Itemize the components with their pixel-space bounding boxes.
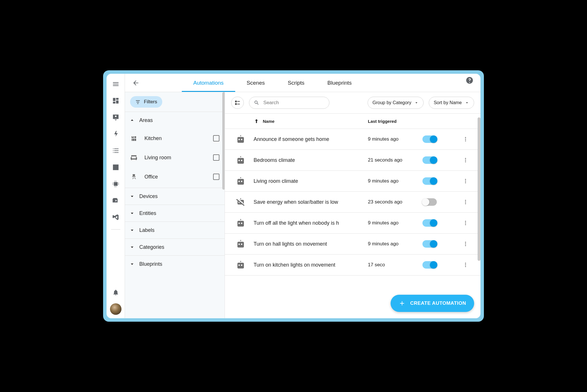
notifications-icon[interactable]	[110, 287, 121, 298]
row-overflow-menu[interactable]	[457, 136, 474, 142]
list-numbered-icon[interactable]	[110, 145, 121, 156]
svg-point-2	[465, 139, 466, 139]
dots-vertical-icon	[463, 262, 468, 268]
svg-point-5	[465, 160, 466, 160]
sort-by-button[interactable]: Sort by Name	[429, 97, 474, 109]
area-item-kitchen[interactable]: Kitchen	[126, 129, 223, 148]
area-item-living-room[interactable]: Living room	[126, 148, 223, 167]
help-icon[interactable]	[464, 75, 475, 86]
sofa-icon	[130, 155, 138, 160]
row-overflow-menu[interactable]	[457, 241, 474, 247]
svg-point-9	[465, 182, 466, 183]
toolbar: Group by Category Sort by Name	[225, 92, 480, 114]
dots-vertical-icon	[463, 136, 468, 142]
robot-icon	[228, 177, 254, 185]
automation-last-triggered: 23 seconds ago	[368, 199, 422, 205]
section-header-blueprints[interactable]: Blueprints	[125, 256, 225, 272]
selection-mode-button[interactable]	[231, 97, 244, 109]
search-input[interactable]	[249, 97, 329, 109]
checkbox[interactable]	[213, 174, 219, 180]
automation-row[interactable]: Bedrooms climate21 seconds ago	[225, 150, 480, 171]
automation-row[interactable]: Save energy when solar/batter is low23 s…	[225, 192, 480, 213]
automation-last-triggered: 17 seco	[368, 262, 422, 268]
chevron-down-icon	[129, 261, 135, 267]
automation-row[interactable]: Living room climate9 minutes ago	[225, 171, 480, 192]
section-header-categories[interactable]: Categories	[125, 239, 225, 255]
section-header-areas[interactable]: Areas	[125, 112, 225, 129]
user-avatar[interactable]	[110, 303, 121, 315]
chevron-down-icon	[129, 193, 135, 199]
checklist-icon	[234, 100, 241, 106]
tab-blueprints[interactable]: Blueprints	[316, 74, 363, 92]
chevron-up-icon	[129, 117, 135, 123]
row-overflow-menu[interactable]	[457, 262, 474, 268]
automation-row[interactable]: Announce if someone gets home9 minutes a…	[225, 129, 480, 150]
enable-toggle[interactable]	[422, 135, 437, 143]
app-root: Automations Scenes Scripts Blueprints Fi…	[107, 74, 480, 318]
column-header-last-triggered[interactable]: Last triggered	[368, 119, 422, 124]
automation-last-triggered: 9 minutes ago	[368, 220, 422, 226]
nav-rail	[107, 74, 125, 318]
automation-name: Announce if someone gets home	[254, 136, 368, 142]
robot-icon	[228, 135, 254, 143]
automation-row[interactable]: Turn off all the light when nobody is h9…	[225, 213, 480, 234]
svg-point-10	[465, 200, 466, 201]
dots-vertical-icon	[463, 241, 468, 247]
column-header-name[interactable]: Name	[254, 118, 368, 124]
section-header-entities[interactable]: Entities	[125, 205, 225, 222]
row-overflow-menu[interactable]	[457, 199, 474, 205]
media-icon[interactable]	[110, 195, 121, 206]
person-badge-icon[interactable]	[110, 112, 121, 123]
row-overflow-menu[interactable]	[457, 157, 474, 163]
section-header-devices[interactable]: Devices	[125, 188, 225, 205]
search-field[interactable]	[263, 100, 325, 106]
scrollbar[interactable]	[222, 92, 225, 190]
filter-section-areas: Areas Kitchen	[125, 112, 225, 188]
checkbox[interactable]	[213, 154, 219, 161]
chip-icon[interactable]	[110, 178, 121, 190]
svg-point-20	[465, 264, 466, 265]
topbar: Automations Scenes Scripts Blueprints	[125, 74, 480, 92]
dots-vertical-icon	[463, 199, 468, 205]
enable-toggle[interactable]	[422, 156, 437, 164]
enable-toggle[interactable]	[422, 240, 437, 248]
enable-toggle[interactable]	[422, 261, 437, 269]
enable-toggle[interactable]	[422, 177, 437, 185]
vscode-icon[interactable]	[110, 211, 121, 223]
robot-icon	[228, 261, 254, 269]
svg-point-18	[465, 245, 466, 246]
svg-point-3	[465, 140, 466, 141]
tab-automations[interactable]: Automations	[182, 74, 235, 92]
chart-icon[interactable]	[110, 162, 121, 173]
enable-toggle[interactable]	[422, 219, 437, 227]
section-header-labels[interactable]: Labels	[125, 222, 225, 238]
row-overflow-menu[interactable]	[457, 178, 474, 184]
group-by-button[interactable]: Group by Category	[368, 97, 424, 109]
create-automation-button[interactable]: CREATE AUTOMATION	[391, 295, 474, 312]
robot-icon	[228, 240, 254, 248]
robot-icon	[228, 219, 254, 227]
svg-point-7	[465, 179, 466, 180]
checkbox[interactable]	[213, 135, 219, 141]
automation-row[interactable]: Turn on kitchen lights on movement17 sec…	[225, 255, 480, 275]
svg-point-17	[465, 243, 466, 244]
svg-point-12	[465, 203, 466, 204]
area-item-office[interactable]: Office	[126, 167, 223, 187]
dots-vertical-icon	[463, 157, 468, 163]
filters-chip[interactable]: Filters	[130, 96, 162, 108]
tab-scripts[interactable]: Scripts	[276, 74, 316, 92]
dashboard-icon[interactable]	[110, 95, 121, 106]
back-button[interactable]	[130, 77, 142, 89]
enable-toggle[interactable]	[422, 198, 437, 206]
hamburger-icon[interactable]	[110, 78, 121, 90]
scrollbar[interactable]	[478, 117, 480, 261]
automation-row[interactable]: Turn on hall lights on movement9 minutes…	[225, 234, 480, 255]
svg-point-16	[465, 242, 466, 243]
automation-name: Turn on hall lights on movement	[254, 241, 368, 247]
svg-point-21	[465, 266, 466, 267]
row-overflow-menu[interactable]	[457, 220, 474, 226]
chevron-down-icon	[414, 100, 419, 105]
tab-scenes[interactable]: Scenes	[235, 74, 276, 92]
flash-icon[interactable]	[110, 128, 121, 140]
automation-last-triggered: 9 minutes ago	[368, 241, 422, 247]
